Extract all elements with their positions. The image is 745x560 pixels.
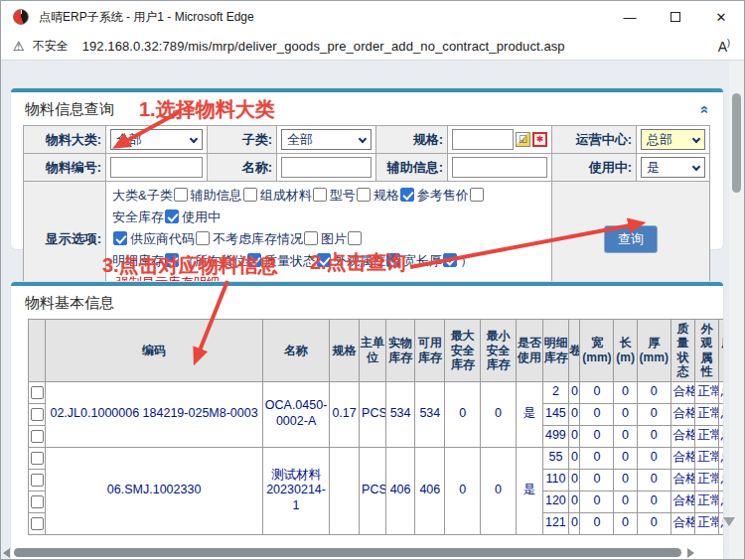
spec-clear-icon[interactable]: ✱ bbox=[532, 132, 547, 147]
table-row[interactable]: 02.JL0.1000006 184219-025M8-0003OCA.0450… bbox=[29, 381, 724, 403]
cell-code[interactable]: 02.JL0.1000006 184219-025M8-0003 bbox=[46, 381, 262, 447]
option-checkbox-0-0[interactable] bbox=[174, 188, 188, 202]
cell-code[interactable]: 06.SMJ.1002330 bbox=[46, 447, 262, 534]
table-row[interactable]: 06.SMJ.1002330测试材料 20230214-1PCS40640600… bbox=[29, 447, 724, 469]
text-input-row2-0[interactable] bbox=[110, 157, 203, 178]
cell-roll: 0 bbox=[569, 425, 580, 447]
cell-quality-status: 合格 bbox=[670, 381, 695, 403]
spec-input[interactable] bbox=[452, 129, 514, 150]
option-checkbox-0-6[interactable] bbox=[165, 210, 179, 223]
address-url[interactable]: 192.168.0.32:789/mis/mrp/deliver_goods_p… bbox=[82, 39, 565, 54]
close-button[interactable]: ✕ bbox=[698, 1, 744, 33]
cell-width-mm: 0 bbox=[580, 469, 614, 490]
url-bar: ⚠ 不安全 192.168.0.32:789/mis/mrp/deliver_g… bbox=[1, 33, 744, 61]
column-header: 是否使用 bbox=[516, 320, 542, 382]
row-select-cell bbox=[29, 381, 46, 403]
read-aloud-icon[interactable]: A) bbox=[718, 38, 730, 55]
cell-appearance: 正常 bbox=[695, 403, 719, 425]
cell-detail-stock: 2 bbox=[542, 381, 569, 403]
select-row1-3[interactable]: 总部 bbox=[641, 129, 705, 150]
option-checkbox-0-2[interactable] bbox=[313, 188, 327, 202]
cell-roll: 0 bbox=[569, 512, 580, 534]
cell-length-m: 0 bbox=[614, 469, 638, 490]
chevron-down-icon bbox=[692, 135, 700, 143]
cell-location: 总部半 bbox=[718, 447, 723, 469]
select-row1-1[interactable]: 全部 bbox=[281, 129, 372, 150]
scroll-right-arrow-icon[interactable] bbox=[687, 548, 694, 558]
option-checkbox-1-2[interactable] bbox=[304, 231, 318, 245]
cell-detail-stock: 120 bbox=[542, 490, 569, 512]
row-checkbox[interactable] bbox=[31, 495, 44, 508]
cell-physical-stock: 534 bbox=[385, 381, 415, 447]
option-checkbox-0-3[interactable] bbox=[357, 188, 371, 202]
vertical-scrollbar-thumb[interactable] bbox=[732, 93, 741, 193]
cell-available-stock: 406 bbox=[415, 447, 445, 534]
cell-width-mm: 0 bbox=[580, 447, 614, 469]
scroll-left-arrow-icon[interactable] bbox=[3, 548, 10, 558]
chevron-down-icon bbox=[692, 163, 700, 171]
cell-detail-stock: 55 bbox=[542, 447, 569, 469]
option-label: 安全库存 bbox=[112, 210, 164, 224]
cell-location: 总部半 bbox=[718, 490, 723, 512]
cell-thickness-mm: 0 bbox=[637, 403, 670, 425]
cell-width-mm: 0 bbox=[580, 425, 614, 447]
scroll-hint-triangle-icon bbox=[723, 517, 735, 526]
spec-picker-icon[interactable]: ☑ bbox=[516, 132, 530, 147]
field-label-row1-0: 物料大类: bbox=[24, 126, 106, 154]
select-row1-0[interactable]: 全部 bbox=[110, 129, 203, 150]
select-row2-3[interactable]: 是 bbox=[641, 157, 705, 178]
material-table-wrap: 编码名称规格主单位实物库存可用库存最大安全库存最小安全库存是否使用明细库存卷宽(… bbox=[28, 319, 723, 535]
column-header: 最小安全库存 bbox=[481, 320, 517, 382]
cell-max-safety-stock: 0 bbox=[445, 381, 481, 447]
option-checkbox-1-3[interactable] bbox=[348, 231, 362, 245]
text-input-row2-1[interactable] bbox=[281, 157, 372, 178]
cell-thickness-mm: 0 bbox=[637, 490, 670, 512]
cell-roll: 0 bbox=[569, 469, 580, 490]
option-checkbox-1-1[interactable] bbox=[196, 231, 210, 245]
vertical-scrollbar[interactable] bbox=[729, 61, 744, 560]
cell-detail-stock: 145 bbox=[542, 403, 569, 425]
column-header: 可用库存 bbox=[415, 320, 445, 382]
row-checkbox[interactable] bbox=[31, 452, 44, 465]
cell-length-m: 0 bbox=[614, 512, 638, 534]
column-header: 主单位 bbox=[360, 320, 386, 382]
cell-appearance: 正常 bbox=[695, 447, 719, 469]
cell-quality-status: 合格 bbox=[670, 425, 695, 447]
option-label: 大类&子类 bbox=[112, 188, 173, 203]
cell-appearance: 正常 bbox=[695, 381, 719, 403]
horizontal-scrollbar[interactable] bbox=[3, 546, 726, 559]
row-checkbox[interactable] bbox=[31, 408, 44, 421]
collapse-chevron-icon[interactable]: « bbox=[697, 105, 712, 113]
row-select-cell bbox=[29, 425, 46, 447]
row-select-cell bbox=[29, 490, 46, 512]
column-header: 卷 bbox=[569, 320, 580, 382]
row-checkbox[interactable] bbox=[31, 386, 44, 399]
cell-quality-status: 合格 bbox=[670, 403, 695, 425]
horizontal-scrollbar-thumb[interactable] bbox=[14, 548, 681, 557]
query-button[interactable]: 查询 bbox=[604, 225, 658, 253]
field-label-row2-1: 名称: bbox=[208, 154, 277, 182]
row-checkbox[interactable] bbox=[31, 474, 44, 487]
material-query-panel: 物料信息查询 « 物料大类:全部子类:全部规格:☑✱运营中心:总部 物料编号:名… bbox=[11, 88, 723, 249]
column-header: 质量状态 bbox=[670, 320, 695, 382]
cell-length-m: 0 bbox=[614, 425, 638, 447]
maximize-button[interactable] bbox=[653, 1, 698, 33]
row-checkbox[interactable] bbox=[31, 430, 44, 443]
option-checkbox-0-1[interactable] bbox=[243, 188, 257, 202]
column-header: 规格 bbox=[330, 320, 360, 382]
option-label: 组成材料 bbox=[260, 188, 312, 203]
field-label-row1-1: 子类: bbox=[208, 126, 277, 154]
option-checkbox-1-0[interactable] bbox=[113, 231, 127, 245]
option-checkbox-2-4[interactable] bbox=[443, 253, 457, 267]
option-label: 供应商代码 bbox=[130, 231, 195, 246]
option-label: 辅助信息 bbox=[191, 188, 242, 203]
row-checkbox[interactable] bbox=[31, 517, 44, 530]
text-input-row2-2[interactable] bbox=[452, 157, 547, 178]
minimize-button[interactable]: — bbox=[607, 1, 653, 33]
cell-thickness-mm: 0 bbox=[637, 469, 670, 490]
cell-length-m: 0 bbox=[614, 381, 638, 403]
option-checkbox-0-4[interactable] bbox=[400, 188, 414, 202]
option-checkbox-0-5[interactable] bbox=[470, 188, 484, 202]
app-logo-icon bbox=[13, 9, 29, 25]
option-label: ） bbox=[460, 253, 473, 268]
